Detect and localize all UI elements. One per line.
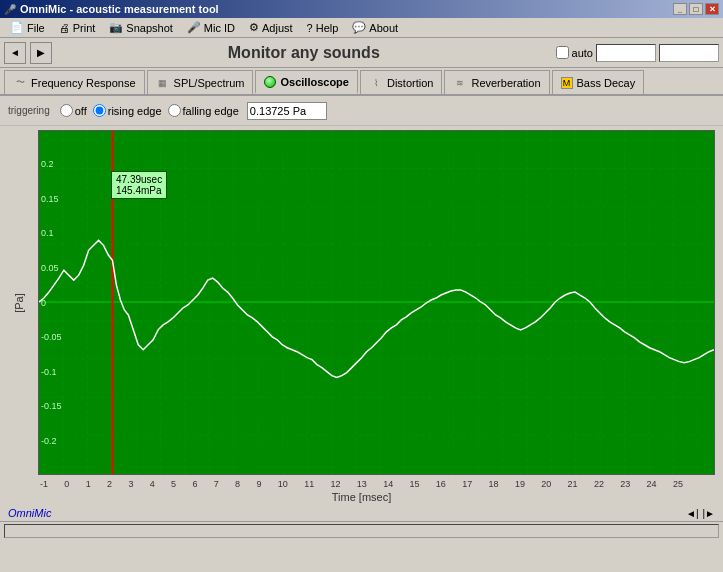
y-tick-n0.05: -0.05 — [41, 332, 77, 342]
bass-decay-icon: M — [561, 77, 573, 89]
menu-help[interactable]: ? Help — [301, 21, 345, 35]
oscilloscope-chart: auto ⊕ ⊞ 10Hz HighPass Filter Oscillocop… — [38, 130, 715, 475]
controls-area: triggering off rising edge falling edge — [0, 96, 723, 126]
menu-snapshot[interactable]: 📷 Snapshot — [103, 20, 178, 35]
tooltip-line2: 145.4mPa — [116, 185, 162, 196]
snapshot-icon: 📷 — [109, 21, 123, 34]
x-tick-19: 19 — [515, 479, 525, 489]
trigger-rising-option[interactable]: rising edge — [93, 104, 162, 117]
tab-spl-spectrum[interactable]: ▦ SPL/Spectrum — [147, 70, 254, 94]
x-tick--1: -1 — [40, 479, 48, 489]
oscilloscope-icon — [264, 76, 276, 88]
trigger-rising-radio[interactable] — [93, 104, 106, 117]
y-axis-container: [Pa] — [4, 128, 34, 477]
adjust-icon: ⚙ — [249, 21, 259, 34]
x-tick-9: 9 — [256, 479, 261, 489]
x-tick-6: 6 — [192, 479, 197, 489]
close-button[interactable]: ✕ — [705, 3, 719, 15]
pa-value-input[interactable] — [247, 102, 327, 120]
chart-tooltip: 47.39usec 145.4mPa — [111, 171, 167, 199]
menu-print[interactable]: 🖨 Print — [53, 21, 102, 35]
x-tick-14: 14 — [383, 479, 393, 489]
status-bar — [0, 521, 723, 539]
app-icon: 🎤 — [4, 4, 16, 15]
x-tick-10: 10 — [278, 479, 288, 489]
window-controls: _ □ ✕ — [673, 3, 719, 15]
maximize-button[interactable]: □ — [689, 3, 703, 15]
omnimic-brand: OmniMic — [8, 507, 51, 519]
tab-frequency-response[interactable]: 〜 Frequency Response — [4, 70, 145, 94]
chart-wrapper: [Pa] auto ⊕ ⊞ 10Hz HighPass Filter Oscil… — [4, 128, 719, 477]
y-tick-n0.15: -0.15 — [41, 401, 77, 411]
x-tick-7: 7 — [214, 479, 219, 489]
auto-value-input[interactable] — [596, 44, 656, 62]
toolbar: ◄ ▶ Monitor any sounds auto — [0, 38, 723, 68]
y-tick-0.05: 0.05 — [41, 263, 77, 273]
y-tick-n0.1: -0.1 — [41, 367, 77, 377]
file-icon: 📄 — [10, 21, 24, 34]
y-tick-0.15: 0.15 — [41, 194, 77, 204]
triggering-label: triggering — [8, 105, 50, 116]
frequency-response-icon: 〜 — [13, 76, 27, 90]
status-panel — [4, 524, 719, 538]
x-tick-labels: -1 0 1 2 3 4 5 6 7 8 9 10 11 12 13 14 15… — [38, 479, 685, 489]
tab-bar: 〜 Frequency Response ▦ SPL/Spectrum Osci… — [0, 68, 723, 96]
minimize-button[interactable]: _ — [673, 3, 687, 15]
x-tick-18: 18 — [489, 479, 499, 489]
x-tick-11: 11 — [304, 479, 314, 489]
x-axis-area: -1 0 1 2 3 4 5 6 7 8 9 10 11 12 13 14 15… — [34, 479, 689, 503]
y-tick-0.1: 0.1 — [41, 228, 77, 238]
x-tick-0: 0 — [64, 479, 69, 489]
auto-label: auto — [572, 47, 593, 59]
y-tick-0.2: 0.2 — [41, 159, 77, 169]
tab-distortion[interactable]: ⌇ Distortion — [360, 70, 442, 94]
distortion-icon: ⌇ — [369, 76, 383, 90]
tab-oscilloscope[interactable]: Oscilloscope — [255, 70, 357, 94]
auto-checkbox[interactable] — [556, 46, 569, 59]
tab-bass-decay[interactable]: M Bass Decay — [552, 70, 645, 94]
zoom-right-button[interactable]: |► — [703, 508, 716, 519]
x-tick-20: 20 — [541, 479, 551, 489]
spl-icon: ▦ — [156, 76, 170, 90]
menu-bar: 📄 File 🖨 Print 📷 Snapshot 🎤 Mic ID ⚙ Adj… — [0, 18, 723, 38]
y-tick-labels: 0.2 0.15 0.1 0.05 0 -0.05 -0.1 -0.15 -0.… — [41, 159, 77, 446]
about-icon: 💬 — [352, 21, 366, 34]
zoom-controls: ◄| |► — [686, 508, 715, 519]
x-tick-24: 24 — [647, 479, 657, 489]
monitor-title: Monitor any sounds — [56, 44, 552, 62]
tab-reverberation[interactable]: ≋ Reverberation — [444, 70, 549, 94]
y-tick-n0.2: -0.2 — [41, 436, 77, 446]
reverberation-icon: ≋ — [453, 76, 467, 90]
auto-extra-input[interactable] — [659, 44, 719, 62]
x-tick-4: 4 — [150, 479, 155, 489]
menu-file[interactable]: 📄 File — [4, 20, 51, 35]
x-tick-17: 17 — [462, 479, 472, 489]
trigger-falling-option[interactable]: falling edge — [168, 104, 239, 117]
x-tick-16: 16 — [436, 479, 446, 489]
trigger-off-option[interactable]: off — [60, 104, 87, 117]
trigger-off-radio[interactable] — [60, 104, 73, 117]
x-tick-23: 23 — [620, 479, 630, 489]
x-tick-22: 22 — [594, 479, 604, 489]
toolbar-back-button[interactable]: ◄ — [4, 42, 26, 64]
trigger-falling-radio[interactable] — [168, 104, 181, 117]
bottom-bar: OmniMic ◄| |► — [0, 505, 723, 521]
tooltip-line1: 47.39usec — [116, 174, 162, 185]
toolbar-play-button[interactable]: ▶ — [30, 42, 52, 64]
zoom-left-button[interactable]: ◄| — [686, 508, 699, 519]
x-tick-2: 2 — [107, 479, 112, 489]
mic-icon: 🎤 — [187, 21, 201, 34]
triggering-options: off rising edge falling edge — [60, 104, 239, 117]
menu-about[interactable]: 💬 About — [346, 20, 404, 35]
menu-mic-id[interactable]: 🎤 Mic ID — [181, 20, 241, 35]
x-tick-25: 25 — [673, 479, 683, 489]
auto-section: auto — [556, 44, 719, 62]
x-tick-13: 13 — [357, 479, 367, 489]
x-tick-12: 12 — [330, 479, 340, 489]
menu-adjust[interactable]: ⚙ Adjust — [243, 20, 299, 35]
x-axis-label: Time [msec] — [38, 491, 685, 503]
x-tick-5: 5 — [171, 479, 176, 489]
help-icon: ? — [307, 22, 313, 34]
x-tick-1: 1 — [86, 479, 91, 489]
x-tick-8: 8 — [235, 479, 240, 489]
